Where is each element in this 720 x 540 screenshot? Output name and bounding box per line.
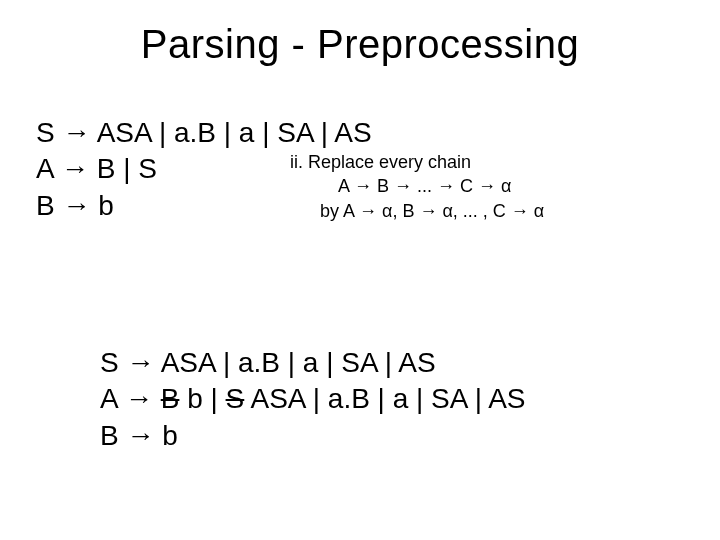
slide: Parsing - Preprocessing S → ASA | a.B | … — [0, 0, 720, 540]
line2-mid1: b | — [179, 383, 225, 414]
note-line-3: by A → α, B → α, ... , C → α — [290, 199, 544, 223]
note-line-2: A → B → ... → C → α — [290, 174, 544, 198]
grammar-bottom-line-2: A → B b | S ASA | a.B | a | SA | AS — [100, 381, 526, 417]
note-line-1: ii. Replace every chain — [290, 150, 544, 174]
page-title: Parsing - Preprocessing — [0, 22, 720, 67]
grammar-bottom-line-1: S → ASA | a.B | a | SA | AS — [100, 345, 526, 381]
grammar-top-line-1: S → ASA | a.B | a | SA | AS — [36, 115, 372, 151]
note-block: ii. Replace every chain A → B → ... → C … — [290, 150, 544, 223]
line2-pre: A → — [100, 383, 161, 414]
line2-strike-B: B — [161, 383, 180, 414]
line2-rest: ASA | a.B | a | SA | AS — [244, 383, 525, 414]
line2-strike-S: S — [226, 383, 245, 414]
grammar-bottom-line-3: B → b — [100, 418, 526, 454]
grammar-bottom-block: S → ASA | a.B | a | SA | AS A → B b | S … — [100, 345, 526, 454]
